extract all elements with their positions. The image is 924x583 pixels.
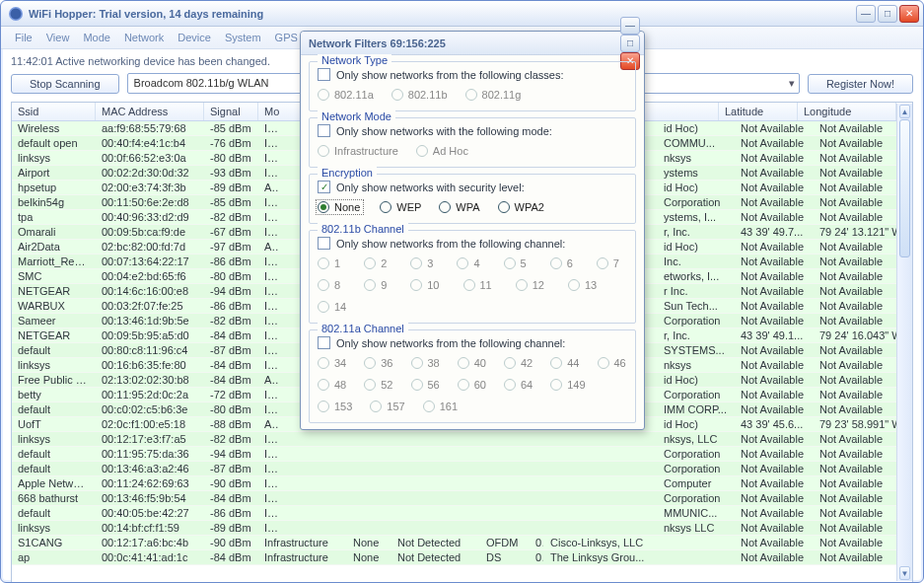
cell-ssid: linksys xyxy=(12,432,96,446)
table-row[interactable]: default00:40:05:be:42:27-86 dBmInfMMUNIC… xyxy=(12,506,912,521)
radio-44: 44 xyxy=(550,357,579,369)
radio-label: 802.11b xyxy=(408,89,448,101)
menu-mode[interactable]: Mode xyxy=(77,30,116,45)
scrollbar-thumb[interactable] xyxy=(899,119,910,257)
vertical-scrollbar[interactable]: ▲ ▼ xyxy=(896,104,912,581)
radio-wpa2[interactable]: WPA2 xyxy=(498,201,544,213)
classes-checkbox[interactable] xyxy=(318,68,330,81)
minimize-button[interactable]: — xyxy=(856,5,876,23)
channel-a-checkbox[interactable] xyxy=(318,336,330,349)
radio-label: 38 xyxy=(428,357,440,369)
col-ssid[interactable]: Ssid xyxy=(12,103,96,120)
cell-signal: -67 dBm xyxy=(204,225,258,239)
cell-mac: 02:0c:f1:00:e5:18 xyxy=(96,417,204,431)
cell-vendor: nksys xyxy=(658,358,735,372)
cell-vendor: etworks, I... xyxy=(658,269,735,283)
radio-label: 52 xyxy=(381,379,392,391)
cell-vendor: id Hoc) xyxy=(658,121,735,135)
cell-signal: -84 dBm xyxy=(204,328,258,342)
cell-latitude: Not Available xyxy=(735,402,814,416)
radio-icon xyxy=(504,257,516,269)
mode-checkbox[interactable] xyxy=(318,124,330,137)
menu-gps[interactable]: GPS xyxy=(269,30,304,45)
dialog-maximize-button[interactable]: □ xyxy=(620,35,640,52)
cell-ssid: default xyxy=(12,506,96,520)
radio-icon xyxy=(380,201,391,213)
table-row[interactable]: Apple Networ...00:11:24:62:69:63-90 dBmI… xyxy=(12,476,912,491)
radio-wep[interactable]: WEP xyxy=(380,201,421,213)
cell-latitude: 43 39' 49.1... xyxy=(735,328,814,342)
cell-ssid: Apple Networ... xyxy=(12,476,96,490)
table-row[interactable]: linksys00:12:17:e3:f7:a5-82 dBmInfnksys,… xyxy=(12,432,912,447)
table-row[interactable]: ap00:0c:41:41:ad:1c-84 dBmInfrastructure… xyxy=(12,550,912,565)
radio-icon xyxy=(318,301,329,313)
radio-label: 13 xyxy=(585,279,597,291)
legend: 802.11a Channel xyxy=(318,323,408,334)
channel-b-checkbox[interactable] xyxy=(318,237,330,250)
scroll-up-icon[interactable]: ▲ xyxy=(899,105,910,118)
security-checkbox[interactable]: ✓ xyxy=(318,181,330,193)
radio-label: 46 xyxy=(614,357,626,369)
cell-ssid: NETGEAR xyxy=(12,284,96,298)
table-row[interactable]: 668 bathurst00:13:46:f5:9b:54-84 dBmInfC… xyxy=(12,491,912,506)
stop-scanning-button[interactable]: Stop Scanning xyxy=(11,74,119,94)
table-row[interactable]: default00:13:46:a3:a2:46-87 dBmInfCorpor… xyxy=(12,462,912,476)
dialog-minimize-button[interactable]: — xyxy=(620,17,640,35)
table-row[interactable]: linksys00:14:bf:cf:f1:59-89 dBmInfnksys … xyxy=(12,521,912,536)
cell-latitude: Not Available xyxy=(735,269,814,283)
radio-label: 1 xyxy=(334,257,340,269)
cell-vendor: Corporation xyxy=(658,195,735,209)
cell-latitude: Not Available xyxy=(735,240,814,254)
radio-icon xyxy=(439,201,451,213)
cell-ssid: default xyxy=(12,402,96,416)
menu-device[interactable]: Device xyxy=(172,30,217,45)
cell-signal: -84 dBm xyxy=(204,358,258,372)
radio-label: 6 xyxy=(567,257,573,269)
radio-icon xyxy=(457,257,468,269)
register-now-button[interactable]: Register Now! xyxy=(808,74,913,94)
radio-label: 157 xyxy=(387,401,404,412)
cell-mode: Ad xyxy=(258,417,280,431)
scroll-down-icon[interactable]: ▼ xyxy=(899,566,910,580)
col-latitude[interactable]: Latitude xyxy=(719,103,798,120)
cell-signal: -80 dBm xyxy=(204,151,258,165)
col-mac[interactable]: MAC Address xyxy=(96,103,204,120)
radio-icon xyxy=(550,379,562,391)
radio-label: 60 xyxy=(474,379,486,391)
cell-signal: -87 dBm xyxy=(204,462,258,475)
table-row[interactable]: S1CANG00:12:17:a6:bc:4b-90 dBmInfrastruc… xyxy=(12,536,912,550)
col-signal[interactable]: Signal xyxy=(204,103,258,120)
radio-none[interactable]: None xyxy=(318,201,362,213)
cell-mode: Inf xyxy=(258,225,280,239)
cell-vendor: MMUNIC... xyxy=(658,506,735,520)
radio-wpa[interactable]: WPA xyxy=(439,201,479,213)
cell-wps: Not Detected xyxy=(391,536,480,549)
cell-signal: -86 dBm xyxy=(204,255,258,268)
radio-7: 7 xyxy=(597,257,619,269)
menu-system[interactable]: System xyxy=(219,30,267,45)
close-button[interactable]: ✕ xyxy=(899,5,919,23)
cell-latitude: Not Available xyxy=(735,432,814,446)
menu-file[interactable]: File xyxy=(9,30,38,45)
radio-icon xyxy=(318,379,329,391)
cell-nettype: DS xyxy=(480,550,530,564)
radio-icon xyxy=(504,357,516,369)
radio-label: Infrastructure xyxy=(334,145,398,157)
cell-mac: 02:00:e3:74:3f:3b xyxy=(96,181,204,194)
cell-latitude: Not Available xyxy=(735,166,814,180)
col-longitude[interactable]: Longitude xyxy=(798,103,896,120)
checkbox-label: Only show networks with the following mo… xyxy=(336,125,552,137)
cell-vendor: Corporation xyxy=(658,491,735,505)
cell-vendor: IMM CORP... xyxy=(658,402,735,416)
cell-mode: Inf xyxy=(258,314,280,328)
checkbox-label: Only show networks from the following ch… xyxy=(336,337,565,349)
menu-view[interactable]: View xyxy=(40,30,76,45)
maximize-button[interactable]: □ xyxy=(878,5,897,23)
table-row[interactable]: default00:11:95:75:da:36-94 dBmInfCorpor… xyxy=(12,447,912,462)
radio-3: 3 xyxy=(410,257,433,269)
menu-network[interactable]: Network xyxy=(118,30,170,45)
cell-signal: -82 dBm xyxy=(204,210,258,224)
legend: Network Type xyxy=(318,54,391,66)
cell-latitude: Not Available xyxy=(735,255,814,268)
cell-signal: -94 dBm xyxy=(204,284,258,298)
